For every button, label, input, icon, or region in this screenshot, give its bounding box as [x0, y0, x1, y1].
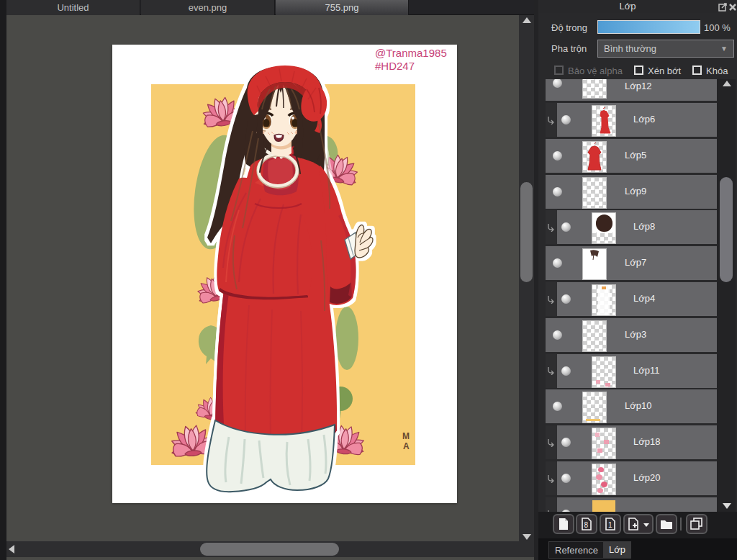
svg-text:#HD247: #HD247 — [375, 60, 415, 72]
svg-text:A: A — [403, 441, 410, 451]
svg-text:@Tranma1985: @Tranma1985 — [375, 47, 447, 59]
svg-text:M: M — [402, 431, 410, 441]
svg-text:1: 1 — [608, 521, 612, 529]
svg-text:8: 8 — [584, 521, 589, 529]
